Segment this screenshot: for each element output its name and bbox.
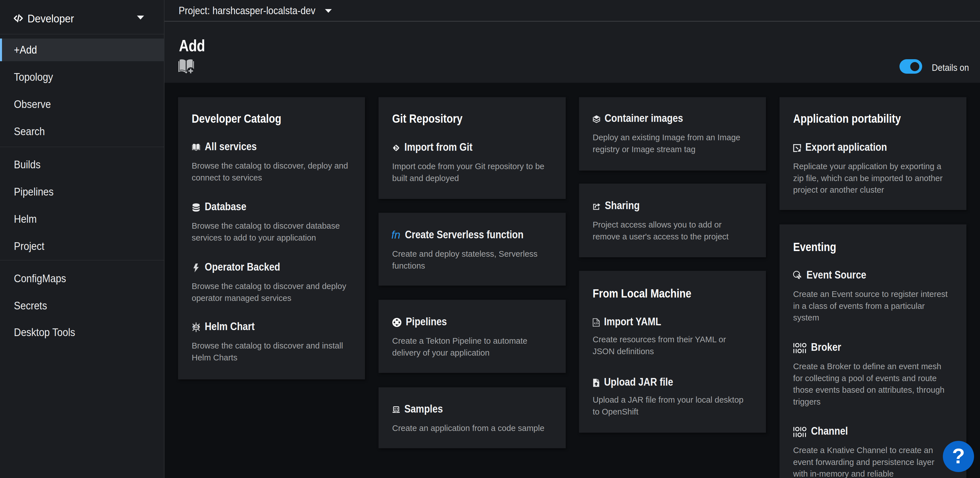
svg-text:HELM: HELM (192, 326, 200, 329)
